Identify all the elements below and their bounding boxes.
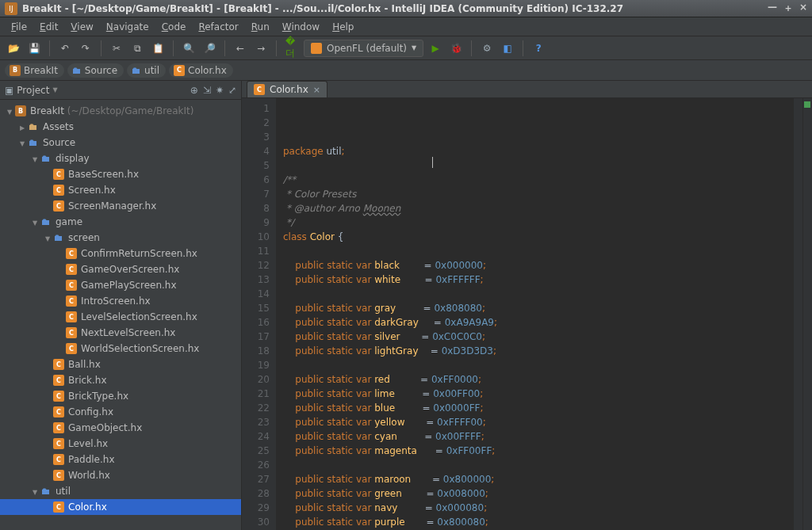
debug-button[interactable]: 🐞 <box>447 40 465 57</box>
editor[interactable]: 1234567891011121314151617181920212223242… <box>242 98 812 530</box>
tree-arrow[interactable] <box>30 153 40 164</box>
tree-item-color-hx[interactable]: CColor.hx <box>0 499 241 515</box>
hide-panel-button[interactable]: ⤢ <box>228 85 236 96</box>
code-line-19[interactable]: public static var blue = 0x0000FF; <box>283 401 793 415</box>
code-line-17[interactable]: public static var red = 0xFF0000; <box>283 372 793 387</box>
tree-item-ball-hx[interactable]: CBall.hx <box>0 357 241 372</box>
redo-button[interactable]: ↷ <box>77 40 94 57</box>
code-line-21[interactable]: public static var cyan = 0x00FFFF; <box>283 429 793 444</box>
editor-tab-color[interactable]: C Color.hx × <box>247 81 327 97</box>
tree-item-bricktype-hx[interactable]: CBrickType.hx <box>0 388 241 404</box>
save-all-button[interactable]: 💾 <box>25 40 43 57</box>
project-tree[interactable]: BBreakIt(~/Desktop/Game/BreakIt)🖿Assets🖿… <box>0 100 241 530</box>
code-line-5[interactable]: * @author Arno Moonen <box>283 201 793 215</box>
code-line-7[interactable]: class Color { <box>283 230 793 244</box>
replace-button[interactable]: 🔎 <box>201 40 218 57</box>
tree-item-level-hx[interactable]: CLevel.hx <box>0 436 241 452</box>
code-line-16[interactable] <box>283 358 793 372</box>
tree-arrow[interactable] <box>30 486 40 497</box>
panel-settings-button[interactable]: ✷ <box>216 85 224 96</box>
run-button[interactable]: ▶ <box>427 40 444 57</box>
code-line-9[interactable]: public static var black = 0x000000; <box>283 258 793 273</box>
find-button[interactable]: 🔍 <box>180 40 197 57</box>
tree-item-screen[interactable]: 🖿screen <box>0 230 241 246</box>
tree-item-config-hx[interactable]: CConfig.hx <box>0 404 241 420</box>
tree-item-gameobject-hx[interactable]: CGameObject.hx <box>0 420 241 436</box>
breadcrumb-source[interactable]: 🖿Source <box>67 63 124 78</box>
code-area[interactable]: package util; /** * Color Presets * @aut… <box>277 98 793 530</box>
menu-navigate[interactable]: Navigate <box>100 20 155 34</box>
tree-item-brick-hx[interactable]: CBrick.hx <box>0 372 241 388</box>
tree-item-game[interactable]: 🖿game <box>0 214 241 230</box>
code-line-6[interactable]: */ <box>283 215 793 230</box>
breadcrumb-util[interactable]: 🖿util <box>127 63 166 78</box>
close-icon[interactable]: × <box>313 85 320 95</box>
menu-refactor[interactable]: Refactor <box>192 20 244 34</box>
code-line-12[interactable]: public static var gray = 0x808080; <box>283 301 793 315</box>
tree-item-worldselectionscreen-hx[interactable]: CWorldSelectionScreen.hx <box>0 341 241 357</box>
code-line-27[interactable]: public static var purple = 0x800080; <box>283 515 793 529</box>
code-line-15[interactable]: public static var lightGray = 0xD3D3D3; <box>283 344 793 358</box>
tree-item-nextlevelscreen-hx[interactable]: CNextLevelScreen.hx <box>0 325 241 341</box>
tree-arrow[interactable] <box>5 105 14 116</box>
code-line-4[interactable]: * Color Presets <box>283 187 793 201</box>
collapse-all-button[interactable]: ⇲ <box>203 85 211 96</box>
menu-edit[interactable]: Edit <box>33 20 64 34</box>
profile-button[interactable]: ◧ <box>499 40 516 57</box>
window-maximize-button[interactable]: ＋ <box>783 2 793 15</box>
code-line-2[interactable] <box>283 158 793 173</box>
menu-code[interactable]: Code <box>155 20 193 34</box>
code-line-10[interactable]: public static var white = 0xFFFFFF; <box>283 273 793 287</box>
build-button[interactable]: �더 <box>283 40 301 57</box>
menu-window[interactable]: Window <box>276 20 326 34</box>
tree-item-screenmanager-hx[interactable]: CScreenManager.hx <box>0 198 241 214</box>
code-line-18[interactable]: public static var lime = 0x00FF00; <box>283 387 793 401</box>
undo-button[interactable]: ↶ <box>56 40 74 57</box>
tree-item-util[interactable]: 🖿util <box>0 483 241 499</box>
tree-item-world-hx[interactable]: CWorld.hx <box>0 467 241 483</box>
code-line-23[interactable] <box>283 458 793 472</box>
tree-arrow[interactable] <box>43 232 52 243</box>
code-line-22[interactable]: public static var magenta = 0xFF00FF; <box>283 444 793 458</box>
help-button[interactable]: ? <box>530 40 547 57</box>
chevron-down-icon[interactable]: ▼ <box>52 86 57 93</box>
window-minimize-button[interactable]: — <box>768 2 777 15</box>
tree-item-display[interactable]: 🖿display <box>0 151 241 166</box>
tree-item-gameplayscreen-hx[interactable]: CGamePlayScreen.hx <box>0 277 241 293</box>
menu-help[interactable]: Help <box>326 20 360 34</box>
tree-arrow[interactable] <box>17 121 27 132</box>
code-line-25[interactable]: public static var green = 0x008000; <box>283 486 793 501</box>
vertical-scrollbar[interactable] <box>793 98 802 530</box>
tree-item-introscreen-hx[interactable]: CIntroScreen.hx <box>0 293 241 309</box>
scroll-from-source-button[interactable]: ⊕ <box>190 85 198 96</box>
coverage-button[interactable]: ⚙ <box>478 40 496 57</box>
breadcrumb-color-hx[interactable]: CColor.hx <box>169 63 233 78</box>
tree-item-assets[interactable]: 🖿Assets <box>0 119 241 135</box>
code-line-26[interactable]: public static var navy = 0x000080; <box>283 501 793 515</box>
code-line-11[interactable] <box>283 287 793 301</box>
copy-button[interactable]: ⧉ <box>128 40 146 57</box>
code-line-20[interactable]: public static var yellow = 0xFFFF00; <box>283 415 793 429</box>
code-line-8[interactable] <box>283 244 793 258</box>
tree-item-basescreen-hx[interactable]: CBaseScreen.hx <box>0 166 241 182</box>
cut-button[interactable]: ✂ <box>108 40 125 57</box>
breadcrumb-breakit[interactable]: BBreakIt <box>5 63 64 78</box>
menu-file[interactable]: File <box>5 20 33 34</box>
tree-item-screen-hx[interactable]: CScreen.hx <box>0 182 241 198</box>
code-line-13[interactable]: public static var darkGray = 0xA9A9A9; <box>283 315 793 330</box>
code-line-1[interactable]: package util; <box>283 144 793 158</box>
tree-item-breakit[interactable]: BBreakIt(~/Desktop/Game/BreakIt) <box>0 103 241 119</box>
menu-view[interactable]: View <box>64 20 99 34</box>
menu-run[interactable]: Run <box>245 20 276 34</box>
paste-button[interactable]: 📋 <box>149 40 167 57</box>
tree-item-levelselectionscreen-hx[interactable]: CLevelSelectionScreen.hx <box>0 309 241 325</box>
tree-item-confirmreturnscreen-hx[interactable]: CConfirmReturnScreen.hx <box>0 246 241 261</box>
code-line-14[interactable]: public static var silver = 0xC0C0C0; <box>283 330 793 344</box>
tree-item-source[interactable]: 🖿Source <box>0 135 241 151</box>
forward-button[interactable]: → <box>252 40 270 57</box>
code-line-3[interactable]: /** <box>283 173 793 187</box>
run-config-dropdown[interactable]: OpenFL (default) ▼ <box>304 40 423 57</box>
tree-item-gameoverscreen-hx[interactable]: CGameOverScreen.hx <box>0 261 241 277</box>
tree-arrow[interactable] <box>30 216 40 227</box>
back-button[interactable]: ← <box>232 40 249 57</box>
